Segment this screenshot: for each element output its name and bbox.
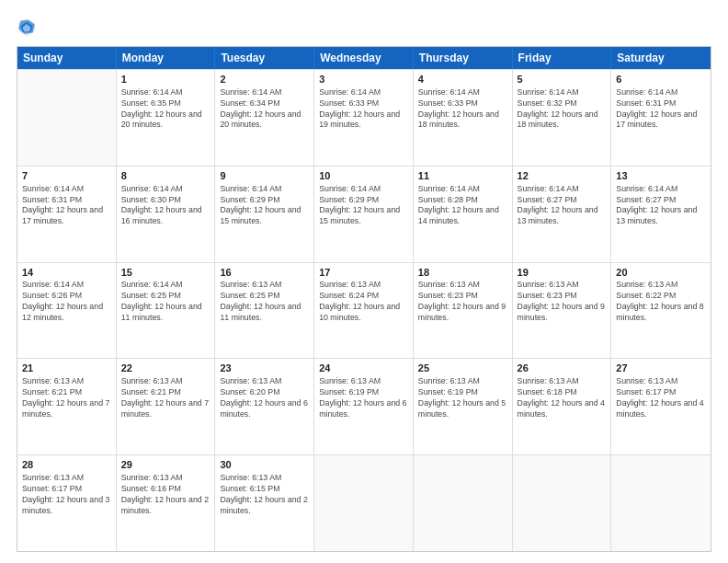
day-of-week-sunday: Sunday	[17, 47, 117, 69]
sunrise: Sunrise: 6:13 AM	[616, 280, 706, 291]
day-number: 22	[121, 362, 210, 375]
daylight: Daylight: 12 hours and 16 minutes.	[121, 205, 210, 227]
day-of-week-tuesday: Tuesday	[215, 47, 314, 69]
sunset: Sunset: 6:33 PM	[418, 98, 507, 109]
cell-info: Sunrise: 6:13 AMSunset: 6:15 PMDaylight:…	[220, 473, 309, 517]
sunset: Sunset: 6:17 PM	[616, 387, 706, 398]
cell-info: Sunrise: 6:14 AMSunset: 6:32 PMDaylight:…	[518, 87, 607, 132]
calendar-cell-19: 19Sunrise: 6:13 AMSunset: 6:23 PMDayligh…	[513, 263, 612, 359]
sunrise: Sunrise: 6:14 AM	[616, 87, 706, 98]
calendar-cell-29: 29Sunrise: 6:13 AMSunset: 6:16 PMDayligh…	[117, 455, 216, 551]
calendar-cell-1: 1Sunrise: 6:14 AMSunset: 6:35 PMDaylight…	[117, 70, 216, 166]
calendar-cell-8: 8Sunrise: 6:14 AMSunset: 6:30 PMDaylight…	[117, 167, 216, 262]
day-number: 16	[220, 266, 309, 280]
cell-info: Sunrise: 6:13 AMSunset: 6:16 PMDaylight:…	[121, 473, 210, 517]
sunset: Sunset: 6:17 PM	[22, 484, 111, 495]
day-number: 8	[121, 169, 210, 183]
sunrise: Sunrise: 6:14 AM	[518, 184, 607, 195]
cell-info: Sunrise: 6:14 AMSunset: 6:31 PMDaylight:…	[22, 184, 111, 228]
daylight: Daylight: 12 hours and 15 minutes.	[220, 205, 309, 227]
cell-info: Sunrise: 6:14 AMSunset: 6:28 PMDaylight:…	[418, 184, 507, 228]
calendar-cell-17: 17Sunrise: 6:13 AMSunset: 6:24 PMDayligh…	[314, 263, 414, 359]
cell-info: Sunrise: 6:14 AMSunset: 6:25 PMDaylight:…	[121, 280, 210, 324]
calendar-cell-9: 9Sunrise: 6:14 AMSunset: 6:29 PMDaylight…	[215, 167, 314, 262]
sunset: Sunset: 6:32 PM	[518, 98, 607, 109]
cell-info: Sunrise: 6:13 AMSunset: 6:22 PMDaylight:…	[616, 280, 706, 324]
sunrise: Sunrise: 6:14 AM	[220, 87, 309, 98]
sunrise: Sunrise: 6:14 AM	[418, 87, 507, 98]
sunset: Sunset: 6:16 PM	[121, 484, 210, 495]
sunset: Sunset: 6:29 PM	[220, 195, 309, 206]
sunset: Sunset: 6:22 PM	[616, 291, 706, 302]
sunrise: Sunrise: 6:13 AM	[22, 473, 111, 484]
day-of-week-monday: Monday	[117, 47, 216, 69]
day-number: 14	[22, 266, 111, 280]
sunset: Sunset: 6:27 PM	[518, 195, 607, 206]
cell-info: Sunrise: 6:13 AMSunset: 6:24 PMDaylight:…	[319, 280, 408, 324]
cell-info: Sunrise: 6:14 AMSunset: 6:34 PMDaylight:…	[220, 87, 309, 132]
sunset: Sunset: 6:28 PM	[418, 195, 507, 206]
daylight: Daylight: 12 hours and 17 minutes.	[616, 109, 706, 132]
day-number: 25	[418, 362, 507, 375]
cell-info: Sunrise: 6:14 AMSunset: 6:29 PMDaylight:…	[319, 184, 408, 228]
daylight: Daylight: 12 hours and 17 minutes.	[22, 205, 111, 227]
cell-info: Sunrise: 6:13 AMSunset: 6:20 PMDaylight:…	[220, 376, 309, 420]
daylight: Daylight: 12 hours and 4 minutes.	[518, 398, 607, 420]
calendar-cell-12: 12Sunrise: 6:14 AMSunset: 6:27 PMDayligh…	[513, 167, 612, 262]
day-number: 26	[518, 362, 607, 375]
sunset: Sunset: 6:19 PM	[319, 387, 408, 398]
day-number: 1	[121, 73, 210, 86]
calendar-cell-27: 27Sunrise: 6:13 AMSunset: 6:17 PMDayligh…	[611, 359, 711, 454]
day-of-week-thursday: Thursday	[414, 47, 513, 69]
sunrise: Sunrise: 6:13 AM	[418, 376, 507, 387]
day-number: 11	[418, 169, 507, 183]
day-number: 4	[418, 73, 507, 86]
day-number: 7	[22, 169, 111, 183]
daylight: Daylight: 12 hours and 2 minutes.	[220, 495, 309, 517]
sunrise: Sunrise: 6:13 AM	[319, 280, 408, 291]
sunset: Sunset: 6:31 PM	[616, 98, 706, 109]
sunrise: Sunrise: 6:14 AM	[121, 184, 210, 195]
daylight: Daylight: 12 hours and 18 minutes.	[518, 109, 607, 132]
cell-info: Sunrise: 6:14 AMSunset: 6:31 PMDaylight:…	[616, 87, 706, 132]
calendar-cell-3: 3Sunrise: 6:14 AMSunset: 6:33 PMDaylight…	[314, 70, 414, 166]
daylight: Daylight: 12 hours and 20 minutes.	[220, 109, 309, 132]
calendar-cell-30: 30Sunrise: 6:13 AMSunset: 6:15 PMDayligh…	[215, 455, 314, 551]
cell-info: Sunrise: 6:13 AMSunset: 6:17 PMDaylight:…	[616, 376, 706, 420]
day-number: 13	[616, 169, 706, 183]
day-of-week-saturday: Saturday	[611, 47, 711, 69]
calendar-row-5: 28Sunrise: 6:13 AMSunset: 6:17 PMDayligh…	[17, 454, 711, 551]
day-of-week-wednesday: Wednesday	[314, 47, 414, 69]
calendar-cell-15: 15Sunrise: 6:14 AMSunset: 6:25 PMDayligh…	[117, 263, 216, 359]
page: SundayMondayTuesdayWednesdayThursdayFrid…	[0, 0, 728, 563]
day-number: 27	[616, 362, 706, 375]
cell-info: Sunrise: 6:13 AMSunset: 6:23 PMDaylight:…	[418, 280, 507, 324]
sunset: Sunset: 6:23 PM	[418, 291, 507, 302]
sunset: Sunset: 6:34 PM	[220, 98, 309, 109]
sunset: Sunset: 6:26 PM	[22, 291, 111, 302]
calendar-cell-empty	[314, 455, 414, 551]
cell-info: Sunrise: 6:13 AMSunset: 6:19 PMDaylight:…	[319, 376, 408, 420]
sunrise: Sunrise: 6:14 AM	[220, 184, 309, 195]
daylight: Daylight: 12 hours and 18 minutes.	[418, 109, 507, 132]
calendar-cell-22: 22Sunrise: 6:13 AMSunset: 6:21 PMDayligh…	[117, 359, 216, 454]
sunset: Sunset: 6:24 PM	[319, 291, 408, 302]
sunrise: Sunrise: 6:13 AM	[220, 280, 309, 291]
calendar-row-2: 7Sunrise: 6:14 AMSunset: 6:31 PMDaylight…	[17, 166, 711, 262]
sunrise: Sunrise: 6:13 AM	[518, 376, 607, 387]
cell-info: Sunrise: 6:13 AMSunset: 6:17 PMDaylight:…	[22, 473, 111, 517]
cell-info: Sunrise: 6:13 AMSunset: 6:23 PMDaylight:…	[518, 280, 607, 324]
daylight: Daylight: 12 hours and 6 minutes.	[220, 398, 309, 420]
daylight: Daylight: 12 hours and 3 minutes.	[22, 495, 111, 517]
calendar-cell-5: 5Sunrise: 6:14 AMSunset: 6:32 PMDaylight…	[513, 70, 612, 166]
day-number: 15	[121, 266, 210, 280]
daylight: Daylight: 12 hours and 20 minutes.	[121, 109, 210, 132]
day-number: 12	[518, 169, 607, 183]
sunrise: Sunrise: 6:13 AM	[22, 376, 111, 387]
day-number: 5	[518, 73, 607, 86]
sunset: Sunset: 6:27 PM	[616, 195, 706, 206]
calendar-body: 1Sunrise: 6:14 AMSunset: 6:35 PMDaylight…	[17, 69, 711, 551]
sunset: Sunset: 6:20 PM	[220, 387, 309, 398]
sunset: Sunset: 6:31 PM	[22, 195, 111, 206]
daylight: Daylight: 12 hours and 10 minutes.	[319, 302, 408, 324]
